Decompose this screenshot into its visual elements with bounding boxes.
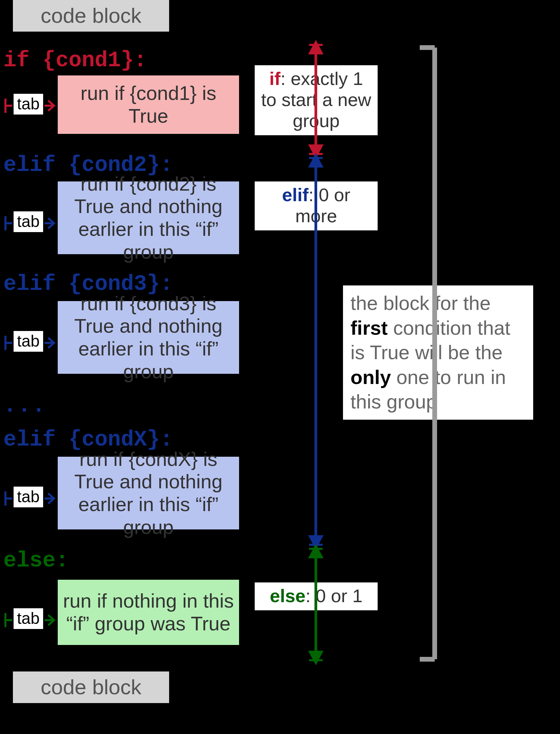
svg-marker-11 xyxy=(310,43,321,53)
block-elifX-body: run if {condX} is True and nothing earli… xyxy=(56,455,240,531)
annotation-if-keyword: if xyxy=(269,68,281,89)
svg-marker-17 xyxy=(310,537,321,547)
annotation-elif-keyword: elif xyxy=(282,185,308,205)
summary-box: the block for the first condition that i… xyxy=(343,285,533,420)
summary-b1: first xyxy=(350,317,388,339)
annotation-else-text: : 0 or 1 xyxy=(306,586,363,606)
tab-label: tab xyxy=(12,92,44,116)
codeblock-label-bottom: code block xyxy=(13,671,169,703)
tab-label: tab xyxy=(12,210,44,233)
annotation-else: else: 0 or 1 xyxy=(253,581,379,612)
svg-marker-21 xyxy=(310,547,321,557)
tab-label: tab xyxy=(12,485,44,509)
tab-label: tab xyxy=(12,330,44,353)
block-elif3-body: run if {cond3} is True and nothing earli… xyxy=(56,300,240,375)
tab-label: tab xyxy=(12,607,44,630)
keyword-if: if {cond1}: xyxy=(3,48,147,73)
block-else-body: run if nothing in this “if” group was Tr… xyxy=(56,578,240,646)
codeblock-label-top: code block xyxy=(13,0,169,32)
annotation-else-keyword: else xyxy=(270,586,305,606)
block-if-body: run if {cond1} is True xyxy=(56,74,240,135)
summary-b2: only xyxy=(350,366,391,388)
summary-t1: the block for the xyxy=(350,292,491,314)
block-elif2-body: run if {cond2} is True and nothing earli… xyxy=(56,180,240,256)
keyword-else: else: xyxy=(3,548,69,573)
annotation-if: if: exactly 1 to start a new group xyxy=(253,64,379,137)
annotation-elif: elif: 0 or more xyxy=(253,180,379,232)
svg-marker-16 xyxy=(310,156,321,166)
ellipsis-dots: ... xyxy=(3,394,47,418)
svg-marker-22 xyxy=(310,652,321,662)
svg-marker-12 xyxy=(310,146,321,156)
